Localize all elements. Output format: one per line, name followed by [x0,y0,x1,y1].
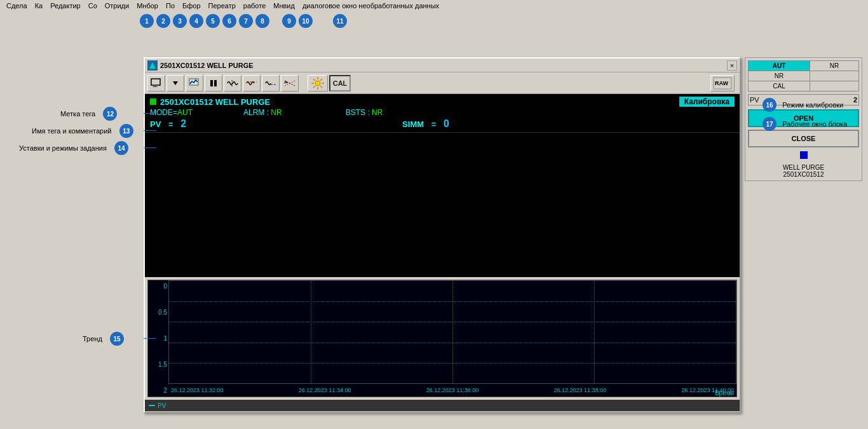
simm-eq: = [431,119,438,129]
chart-button[interactable] [186,75,203,92]
pv-display: PV = 2 [150,118,186,130]
svg-line-18 [320,86,322,88]
close-button[interactable]: CLOSE [748,130,859,147]
pv-label: PV [150,119,161,129]
trend-x-labels: 26.12.2023 11:32:00 26.12.2023 11:34:00 … [168,384,736,397]
badge-4: 4 [189,14,203,28]
menu-mnvid[interactable]: Мнвид [269,1,299,10]
raw-button[interactable]: RAW [710,75,735,92]
svg-rect-4 [153,86,158,87]
content-area: 2501XC01512 WELL PURGE Калибровка MODE=A… [145,94,740,411]
badge-5: 5 [206,14,220,28]
menu-pereatr[interactable]: Переатр [205,1,240,10]
cal-button[interactable]: CAL [329,75,351,92]
callout-17: 17 [763,117,776,131]
menu-redaktir[interactable]: Редактир [46,1,85,10]
annotation-14-label: Уставки и режимы задания 14 [19,141,128,155]
monitor-button[interactable] [147,75,165,92]
menu-mnbor[interactable]: Мнбор [133,1,162,10]
badge-7: 7 [239,14,253,28]
callout-12: 12 [103,107,117,121]
legend-bar: PV [145,400,740,411]
wave4-button[interactable] [281,75,299,92]
ann-line-13 [144,130,156,131]
dropdown-icon [172,79,179,87]
window-title: 2501XC01512 WELL PURGE [160,62,254,69]
x-label-1: 26.12.2023 11:32:00 [171,387,224,393]
simm-display: SIMM = 0 [402,118,449,130]
menu-bar: Сдела Ка Редактир Со Отриди Мнбор По Бфо… [0,0,868,11]
pause-button[interactable] [205,75,222,92]
svg-rect-2 [151,79,160,85]
wave3-button[interactable] [262,75,280,92]
menu-po[interactable]: По [162,1,179,10]
badge-3: 3 [173,14,187,28]
blue-indicator [800,151,808,159]
svg-text:RAW: RAW [715,80,729,86]
annotation-17-label: 17 Рабочее окно блока [763,117,847,131]
svg-line-20 [313,86,315,88]
badge-11: 11 [333,14,347,28]
tag-status-dot [150,99,156,105]
svg-marker-5 [173,81,178,85]
bsts-display: BSTS : NR [346,108,383,117]
menu-sdela[interactable]: Сдела [3,1,31,10]
tag-info-row: MODE=AUT ALRM : NR BSTS : NR [150,108,735,117]
alrm-display: ALRM : NR [243,108,282,117]
tag-pv-row: PV = 2 SIMM = 0 [150,118,735,130]
pause-icon [209,79,218,88]
menu-bfor[interactable]: Бфор [179,1,205,10]
badge-1: 1 [140,14,154,28]
right-tag-name: WELL PURGE [748,164,859,171]
y-label-1-5: 1.5 [149,361,167,368]
dropdown-button[interactable] [166,75,184,92]
wave1-icon [227,79,238,88]
menu-rabote[interactable]: работе [240,1,269,10]
sun-icon [311,76,325,90]
annotation-12-text: Метка тега [60,110,95,118]
grid-v-1 [311,281,311,383]
annotation-16-text: Режим калибровки [782,101,843,109]
mode-display: MODE=AUT [150,108,193,117]
window-close-button[interactable]: × [727,60,737,71]
right-pv-value: 2 [853,96,857,104]
right-pv-label: PV [750,96,759,104]
pv-eq: = [168,119,175,129]
tag-header: 2501XC01512 WELL PURGE Калибровка [150,97,735,107]
menu-ka[interactable]: Ка [31,1,47,10]
badge-6: 6 [222,14,236,28]
menu-co[interactable]: Со [85,1,101,10]
annotation-14-text: Уставки и режимы задания [19,144,107,152]
right-tag-id: 2501XC01512 [748,171,859,178]
badge-10: 10 [299,14,313,28]
legend-pv-label: PV [158,402,166,409]
menu-otridi[interactable]: Отриди [101,1,133,10]
menu-dialog[interactable]: диалоговое окно необработанных данных [299,1,443,10]
badge-9: 9 [282,14,296,28]
svg-rect-3 [154,85,156,86]
ann-line-12 [144,113,156,114]
y-label-0-5: 0.5 [149,309,167,316]
simm-value: 0 [444,118,449,129]
badge-2: 2 [156,14,170,28]
svg-line-17 [313,79,315,81]
calibration-trigger-button[interactable] [308,75,328,92]
annotation-15-text: Тренд [83,335,102,343]
waveform-display-area [145,132,740,277]
window-app-icon [147,60,158,71]
mode-value: AUT [177,108,193,117]
alrm-value: NR [271,108,281,117]
bsts-value: NR [372,108,383,117]
wave3-icon [265,79,276,88]
wave1-button[interactable] [224,75,241,92]
wave2-icon [246,79,257,88]
monitor-icon [151,78,162,88]
mode-nr2-cell: NR [749,71,810,81]
mode-table: AUT NR NR CAL [748,60,859,92]
tag-title: 2501XC01512 WELL PURGE [160,97,270,107]
y-label-0: 0 [149,283,167,290]
mode-empty2-cell [810,81,859,92]
wave2-button[interactable] [243,75,261,92]
ann-line-15 [144,338,156,339]
trend-chart: 2 1.5 1 0.5 0 [147,280,737,397]
